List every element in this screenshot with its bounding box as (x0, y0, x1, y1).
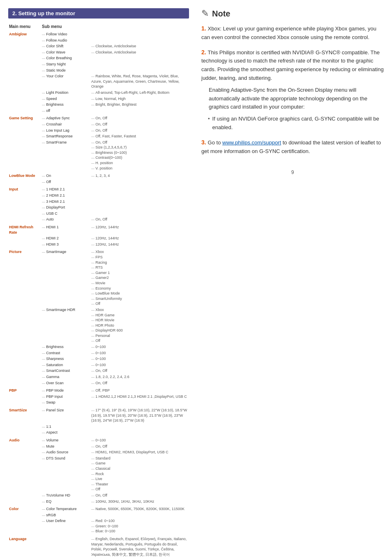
menu-sub-cell: — 1 HDMI 2.1 (41, 186, 90, 193)
menu-sub-cell: — Brightness (41, 102, 90, 108)
menu-row: — Mute— On, Off (8, 443, 189, 450)
menu-row: HDMI Refresh Rate— HDMI 1— 120Hz, 144Hz (8, 224, 189, 235)
menu-row: — Static Mode (8, 67, 189, 74)
note-text: Xbox: Level up your gaming experience wh… (201, 26, 376, 40)
menu-main-cell (8, 102, 41, 108)
menu-sub-cell: — 1:1 (41, 424, 90, 430)
menu-row: — 3 HDMI 2.1 (8, 199, 189, 205)
menu-sub-cell: — 3 HDMI 2.1 (41, 199, 90, 205)
menu-options-cell: — On, Off (90, 443, 189, 450)
menu-options-cell: — 120Hz, 144Hz (90, 241, 189, 248)
menu-sub-cell: — SmartContrast (41, 368, 90, 374)
menu-sub-cell: — Auto (41, 216, 90, 223)
menu-main-cell (8, 49, 41, 56)
menu-options-cell (90, 193, 189, 199)
menu-options-cell: — Red: 0~100— Green: 0~100— Blue: 0~100 (90, 518, 189, 534)
menu-row: Input— 1 HDMI 2.1 (8, 186, 189, 193)
menu-options-cell (90, 424, 189, 430)
menu-sub-cell: — Starry Night (41, 61, 90, 67)
menu-row: — Color Shift— Clockwise, Anticlockwise (8, 43, 189, 49)
menu-options-cell: — Rainbow, White, Red, Rose, Magenta, Vi… (90, 73, 189, 90)
menu-row: — Your Color— Rainbow, White, Red, Rose,… (8, 73, 189, 90)
menu-row: Language— English, Deutsch, Espanol, Ελλ… (8, 536, 189, 557)
menu-options-cell: — 0~100 (90, 356, 189, 362)
menu-main-cell (8, 199, 41, 205)
menu-sub-cell: — SmartImage (41, 249, 90, 307)
menu-sub-cell (41, 536, 90, 557)
menu-main-cell: SmartSize (8, 407, 41, 424)
menu-main-cell (8, 350, 41, 356)
menu-row: — HDMI 3— 120Hz, 144Hz (8, 241, 189, 248)
menu-sub-cell: — DTS Sound (41, 455, 90, 492)
menu-sub-cell: — Off (41, 179, 90, 185)
menu-sub-cell: — PBP Input (41, 394, 90, 400)
menu-row: — Color Breathing (8, 55, 189, 61)
menu-main-cell (8, 374, 41, 380)
menu-main-cell (8, 193, 41, 199)
right-panel: ✎ Note 1. Xbox: Level up your gaming exp… (197, 8, 384, 557)
menu-main-cell: Ambiglow (8, 31, 41, 37)
menu-main-cell (8, 96, 41, 102)
menu-main-cell (8, 518, 41, 534)
menu-row: — Light Position— All-around, Top-Left-R… (8, 90, 189, 96)
menu-options-cell (90, 67, 189, 74)
menu-main-cell: Audio (8, 437, 41, 443)
note-item-2: 2. This Philips monitor is certified wit… (201, 48, 384, 132)
menu-sub-cell: — SmartResponse (41, 133, 90, 139)
menu-main-cell: LowBlue Mode (8, 173, 41, 179)
menu-sub-cell: — Brightness (41, 344, 90, 350)
menu-options-cell: — HDMI1, HDMI2, HDMI3, DisplayPort, USB … (90, 449, 189, 455)
note-link[interactable]: www.philips.com/support (222, 139, 281, 146)
menu-sub-cell: — Color Temperature (41, 506, 90, 512)
note-item-1: 1. Xbox: Level up your gaming experience… (201, 24, 384, 42)
menu-row: — 2 HDMI 2.1 (8, 193, 189, 199)
menu-sub-cell: — Volume (41, 437, 90, 443)
menu-options-cell: — On, Off (90, 128, 189, 134)
menu-row: — SmartImage HDR— Xbox— HDR Game— HDR Mo… (8, 307, 189, 344)
menu-main-cell (8, 443, 41, 450)
menu-row: — SmartFrame— On, Off— Size (1,2,3,4,5,6… (8, 139, 189, 172)
menu-main-cell: Color (8, 506, 41, 512)
menu-row: — DTS Sound— Standard— Game— Classical— … (8, 455, 189, 492)
menu-options-cell: — 17" (5:4), 19" (5:4), 19"W (16:10), 22… (90, 407, 189, 424)
menu-sub-cell: — Adaptive Sync (41, 115, 90, 121)
menu-sub-cell: — Follow Video (41, 31, 90, 37)
menu-row: — Sharpness— 0~100 (8, 356, 189, 362)
menu-row: Game Setting— Adaptive Sync— On, Off (8, 115, 189, 121)
menu-sub-cell: — HDMI 2 (41, 235, 90, 241)
menu-main-cell: Game Setting (8, 115, 41, 121)
menu-sub-cell: — Low Input Lag (41, 128, 90, 134)
menu-row: Ambiglow— Follow Video (8, 31, 189, 37)
menu-sub-cell: — Color Wave (41, 49, 90, 56)
menu-options-cell (90, 204, 189, 211)
note-bullet: •If using an NVIDIA GeForce graphics car… (208, 115, 384, 132)
menu-options-cell: — 100Hz, 300Hz, 1KHz, 3KHz, 10KHz (90, 499, 189, 505)
menu-options-cell: — English, Deutsch, Espanol, Ελληνική, F… (90, 536, 189, 557)
note-item-3: 3. Go to www.philips.com/support to down… (201, 138, 384, 156)
menu-options-cell: — Clockwise, Anticlockwise (90, 43, 189, 49)
menu-sub-cell: — EQ (41, 499, 90, 505)
menu-options-cell: — 120Hz, 144Hz (90, 224, 189, 235)
menu-main-cell (8, 121, 41, 128)
menu-main-cell: HDMI Refresh Rate (8, 224, 41, 235)
menu-row: — USB C (8, 211, 189, 217)
menu-main-cell (8, 211, 41, 217)
note-number: 1. (201, 25, 208, 32)
menu-sub-cell: — USB C (41, 211, 90, 217)
menu-sub-cell: — Aspect (41, 429, 90, 436)
note-text: This Philips monitor is certified with N… (201, 49, 384, 81)
menu-row: PBP— PBP Mode— Off, PBP (8, 388, 189, 394)
note-sub-text: Enabling Adaptive-Sync from the On-Scree… (209, 86, 384, 111)
menu-row: — HDMI 2— 120Hz, 144Hz (8, 235, 189, 241)
menu-options-cell: — 120Hz, 144Hz (90, 235, 189, 241)
menu-options-cell: — 0~100 (90, 437, 189, 443)
menu-sub-cell: — On (41, 173, 90, 179)
menu-options-cell (90, 211, 189, 217)
note-icon: ✎ (201, 8, 209, 19)
menu-sub-cell: — TruVolume HD (41, 492, 90, 499)
menu-options-cell: — On, Off (90, 115, 189, 121)
section-title: 2. Setting up the monitor (8, 8, 189, 19)
menu-row: LowBlue Mode— On— 1, 2, 3, 4 (8, 173, 189, 179)
menu-sub-cell: — Over Scan (41, 380, 90, 386)
menu-row: — 1:1 (8, 424, 189, 430)
